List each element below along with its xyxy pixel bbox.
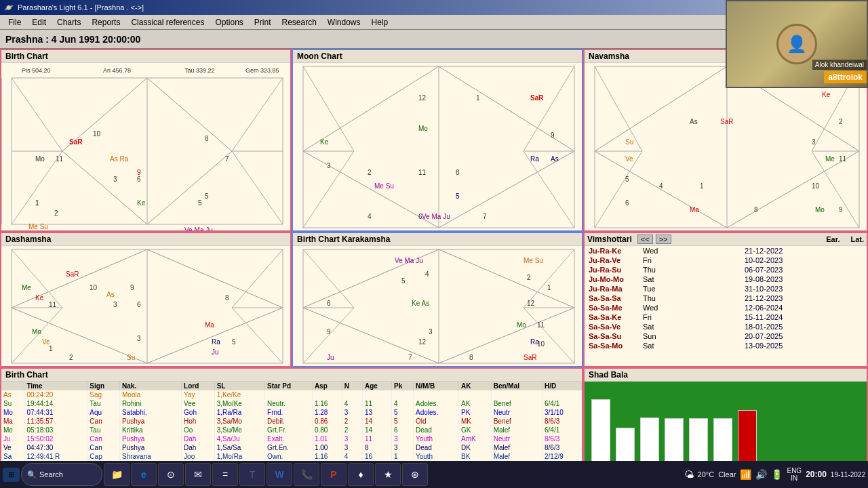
svg-text:1: 1 — [49, 345, 53, 352]
vim-row-1: Ju-Ra-Ve Fri 10-02-2023 — [585, 256, 867, 265]
svg-text:12: 12 — [418, 338, 427, 346]
taskbar-date: 19-11-2022 — [831, 471, 865, 479]
svg-rect-39 — [293, 63, 583, 231]
webcam-overlay: 👤 Alok khandeiwal a8ttrolok — [726, 0, 868, 88]
taskbar-app-word[interactable]: W — [267, 463, 292, 486]
svg-text:Ke: Ke — [35, 294, 44, 302]
start-button[interactable]: ⊞ — [3, 468, 20, 482]
svg-text:Ra: Ra — [530, 155, 539, 163]
svg-text:12: 12 — [527, 300, 535, 307]
vimshottari-next[interactable]: >> — [656, 235, 671, 244]
col-sign: Sign — [87, 382, 120, 390]
svg-text:5: 5 — [456, 192, 460, 200]
taskbar-app-chrome[interactable]: ⊙ — [158, 463, 184, 486]
svg-text:5: 5 — [205, 192, 209, 200]
navamsha-svg: Ke 2 3 Su As SaR 11 Me 10 1 4 Ve 5 6 Ma … — [585, 63, 868, 231]
svg-text:10: 10 — [90, 284, 98, 291]
svg-text:Pis 504.20: Pis 504.20 — [22, 67, 51, 74]
star-icon: ★ — [381, 468, 395, 481]
svg-text:Ke As: Ke As — [412, 300, 429, 307]
karakamsha-title: Birth Chart Karakamsha — [293, 233, 582, 246]
svg-text:Me Su: Me Su — [524, 257, 543, 264]
svg-text:Ju: Ju — [327, 354, 334, 361]
svg-text:2: 2 — [54, 209, 58, 217]
menu-options[interactable]: Options — [210, 16, 248, 28]
svg-text:6: 6 — [625, 199, 629, 207]
col-age: Age — [362, 382, 391, 390]
vim-label-4: Ju-Ra-Ma — [589, 285, 643, 293]
svg-text:As: As — [551, 155, 559, 163]
taskbar-app-teams[interactable]: T — [239, 463, 265, 486]
menu-print[interactable]: Print — [249, 16, 277, 28]
webcam-user-label: Alok khandeiwal — [812, 60, 867, 70]
menu-reports[interactable]: Reports — [86, 16, 125, 28]
taskbar-app-edge[interactable]: e — [131, 463, 157, 486]
search-bar[interactable]: 🔍 Search — [21, 463, 102, 486]
svg-text:8: 8 — [225, 294, 229, 302]
battery-icon[interactable]: 🔋 — [771, 469, 783, 480]
taskbar-app-star[interactable]: ★ — [375, 463, 401, 486]
taskbar-app-phone[interactable]: 📞 — [294, 463, 319, 486]
menu-charts[interactable]: Charts — [52, 16, 86, 28]
vim-dow-2: Thu — [643, 266, 745, 274]
svg-text:Ve Ma Ju: Ve Ma Ju — [422, 213, 450, 220]
ppt-icon: P — [327, 468, 340, 481]
menu-research[interactable]: Research — [277, 16, 322, 28]
vim-label-8: Sa-Sa-Ve — [589, 323, 643, 331]
svg-text:9: 9 — [551, 131, 555, 139]
vim-date-5: 21-12-2023 — [745, 294, 826, 302]
vim-date-2: 06-07-2023 — [745, 266, 826, 274]
svg-text:11: 11 — [49, 301, 57, 308]
vim-date-10: 13-09-2025 — [745, 342, 826, 350]
menu-windows[interactable]: Windows — [322, 16, 366, 28]
volume-icon[interactable]: 🔊 — [755, 469, 767, 480]
svg-text:Mo: Mo — [815, 206, 825, 214]
astro-icon: ♦ — [354, 468, 368, 481]
menu-file[interactable]: File — [3, 16, 26, 28]
svg-text:As: As — [690, 118, 698, 125]
vim-label-9: Sa-Sa-Su — [589, 332, 643, 340]
vim-label-0: Ju-Ra-Ke — [589, 247, 643, 255]
planet-lord: Yay — [182, 390, 215, 399]
shadbala-title: Shad Bala — [585, 369, 867, 382]
svg-text:11: 11 — [839, 155, 847, 163]
vim-date-8: 18-01-2025 — [745, 323, 826, 331]
birth-chart-panel: Birth Chart Pis 504.20 Ari 456.78 Tau 33… — [0, 49, 292, 232]
shad-bar-me-fill — [665, 418, 684, 467]
svg-text:1: 1 — [35, 199, 39, 207]
taskbar-app-astro[interactable]: ♦ — [348, 463, 374, 486]
vim-date-7: 15-11-2024 — [745, 313, 826, 321]
taskbar-app-mail[interactable]: ✉ — [185, 463, 211, 486]
menu-edit[interactable]: Edit — [26, 16, 52, 28]
col-benmal: Ben/Mal — [491, 382, 542, 390]
vim-date-1: 10-02-2023 — [745, 256, 826, 264]
taskbar-app-ppt[interactable]: P — [321, 463, 347, 486]
vim-row-6: Sa-Sa-Me Wed 12-06-2024 — [585, 303, 867, 312]
taskbar-app-calc[interactable]: = — [212, 463, 238, 486]
svg-text:3: 3 — [113, 301, 117, 308]
planet-name: Su — [1, 399, 24, 408]
network-icon[interactable]: 📶 — [740, 469, 751, 480]
taskbar-app-misc[interactable]: ⊛ — [402, 463, 428, 486]
birth-chart-svg: Pis 504.20 Ari 456.78 Tau 339.22 Gem 323… — [1, 63, 292, 231]
svg-text:Me Su: Me Su — [374, 182, 394, 190]
titlebar-text: Parashara's Light 6.1 - [Prashna . <->] — [18, 3, 144, 12]
svg-text:Me Su: Me Su — [28, 223, 48, 230]
menu-help[interactable]: Help — [366, 16, 394, 28]
vim-row-8: Sa-Sa-Ve Sat 18-01-2025 — [585, 322, 867, 331]
svg-rect-0 — [1, 63, 292, 231]
svg-text:As: As — [106, 291, 115, 298]
vimshottari-prev[interactable]: << — [637, 235, 653, 244]
vim-dow-0: Wed — [643, 247, 745, 255]
col-pk: Pk — [392, 382, 414, 390]
vimshottari-nav: << >> — [637, 235, 671, 244]
menu-classical[interactable]: Classical references — [125, 16, 210, 28]
svg-text:Gem 323.85: Gem 323.85 — [245, 67, 279, 74]
weather-temp: 20°C — [698, 470, 715, 479]
taskbar-app-fileexplorer[interactable]: 📁 — [104, 463, 130, 486]
svg-text:Su: Su — [127, 354, 135, 361]
svg-text:8: 8 — [456, 169, 460, 176]
svg-text:5: 5 — [232, 338, 236, 346]
chrome-icon: ⊙ — [164, 468, 178, 481]
vim-date-0: 21-12-2022 — [745, 247, 826, 255]
